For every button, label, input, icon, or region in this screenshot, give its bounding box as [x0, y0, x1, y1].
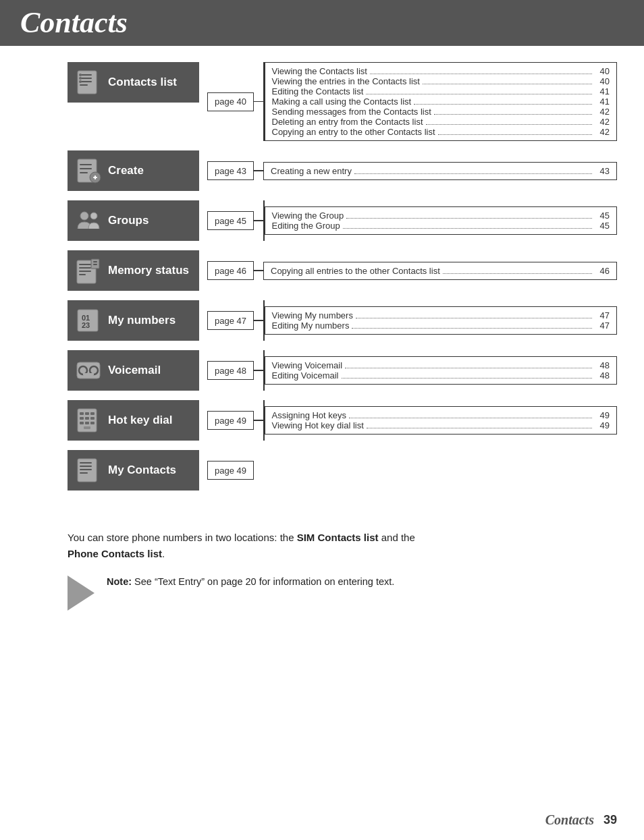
entry-row: Assigning Hot keys49 — [272, 410, 610, 420]
icon-label-contacts-list: Contacts list — [68, 62, 199, 103]
label-hot-key-dial: Hot key dial — [108, 414, 172, 427]
note-arrow-icon — [68, 576, 95, 611]
svg-rect-47 — [80, 472, 88, 474]
page-header: Contacts — [0, 0, 644, 46]
content-box-memory-status: Copying all entries to the other Contact… — [263, 262, 617, 280]
section-row-voicemail: Voicemailpage 48Viewing Voicemail 48Edit… — [68, 350, 617, 391]
icon-label-hot-key-dial: Hot key dial — [68, 400, 199, 441]
entry-row: Editing the Contacts list41 — [272, 86, 610, 96]
svg-rect-40 — [85, 422, 89, 424]
footer: Contacts 39 — [545, 812, 617, 828]
description-paragraph: You can store phone numbers in two locat… — [68, 530, 608, 562]
icon-groups — [74, 206, 103, 235]
section-row-contacts-list: Contacts listpage 40Viewing the Contacts… — [68, 62, 617, 141]
svg-rect-21 — [79, 274, 86, 275]
svg-rect-44 — [80, 462, 92, 464]
page-badge-contacts-list: page 40 — [207, 92, 254, 111]
svg-rect-28 — [77, 362, 100, 379]
section-row-groups: Groupspage 45Viewing the Group45Editing … — [68, 200, 617, 241]
icon-contacts-list — [74, 68, 103, 96]
svg-rect-37 — [85, 417, 89, 420]
icon-create — [74, 157, 103, 185]
h-line-hot-key-dial — [254, 420, 263, 421]
svg-point-16 — [90, 213, 97, 219]
header-title: Contacts — [20, 5, 128, 40]
note-section: Note: See “Text Entry” on page 20 for in… — [68, 574, 617, 611]
svg-rect-20 — [79, 271, 91, 272]
entry-row: Viewing Hot key dial list49 — [272, 420, 610, 430]
note-label: Note: — [107, 576, 132, 587]
svg-point-6 — [79, 77, 82, 80]
page-badge-groups: page 45 — [207, 211, 254, 230]
icon-label-my-numbers: 01 23 My numbers — [68, 300, 199, 341]
entry-row: Editing the Group 45 — [272, 221, 610, 231]
h-line-memory-status — [254, 270, 263, 271]
page-badge-my-numbers: page 47 — [207, 311, 254, 330]
entry-row: Deleting an entry from the Contacts list… — [272, 117, 610, 127]
footer-page: 39 — [603, 813, 617, 827]
svg-point-7 — [79, 80, 82, 83]
h-line-contacts-list — [254, 101, 263, 103]
svg-rect-18 — [79, 264, 91, 265]
svg-rect-46 — [80, 469, 92, 470]
section-row-my-numbers: 01 23 My numberspage 47Viewing My number… — [68, 300, 617, 341]
content-box-my-numbers: Viewing My numbers 47Editing My numbers4… — [265, 306, 618, 335]
label-contacts-list: Contacts list — [108, 76, 177, 89]
svg-rect-14 — [95, 175, 96, 179]
icon-label-memory-status: Memory status — [68, 250, 199, 291]
label-my-numbers: My numbers — [108, 314, 176, 327]
icon-memory-status — [74, 256, 103, 285]
note-text: Note: See “Text Entry” on page 20 for in… — [107, 574, 394, 590]
svg-rect-34 — [85, 412, 89, 415]
icon-voicemail — [74, 356, 103, 385]
label-voicemail: Voicemail — [108, 364, 161, 377]
content-box-groups: Viewing the Group45Editing the Group 45 — [265, 206, 618, 235]
section-row-memory-status: Memory statuspage 46Copying all entries … — [68, 250, 617, 291]
icon-my-numbers: 01 23 — [74, 306, 103, 335]
svg-rect-42 — [84, 426, 90, 429]
section-row-create: Createpage 43Creating a new entry 43 — [68, 150, 617, 191]
svg-rect-38 — [90, 417, 95, 420]
svg-point-5 — [79, 74, 82, 76]
content-box-hot-key-dial: Assigning Hot keys49Viewing Hot key dial… — [265, 406, 618, 435]
svg-rect-4 — [80, 84, 88, 86]
h-line-create — [254, 170, 263, 171]
section-row-hot-key-dial: Hot key dialpage 49Assigning Hot keys49V… — [68, 400, 617, 441]
entry-row: Editing My numbers47 — [272, 320, 610, 331]
footer-title: Contacts — [545, 812, 594, 828]
entry-row: Viewing the Contacts list 40 — [272, 66, 610, 76]
section-row-my-contacts: My Contactspage 49 — [68, 450, 617, 491]
entry-row: Making a call using the Contacts list 41 — [272, 96, 610, 107]
svg-rect-19 — [79, 267, 91, 269]
icon-label-groups: Groups — [68, 200, 199, 241]
icon-label-create: Create — [68, 150, 199, 191]
svg-text:23: 23 — [82, 321, 90, 329]
h-line-voicemail — [254, 370, 263, 371]
icon-label-my-contacts: My Contacts — [68, 450, 199, 491]
main-content: Contacts listpage 40Viewing the Contacts… — [0, 46, 644, 513]
icon-my-contacts — [74, 456, 103, 484]
entry-row: Copying an entry to the other Contacts l… — [272, 127, 610, 137]
svg-rect-9 — [80, 164, 92, 165]
icon-label-voicemail: Voicemail — [68, 350, 199, 391]
page-badge-hot-key-dial: page 49 — [207, 411, 254, 430]
page-badge-voicemail: page 48 — [207, 361, 254, 380]
label-memory-status: Memory status — [108, 264, 189, 277]
svg-point-15 — [80, 212, 88, 220]
content-box-contacts-list: Viewing the Contacts list 40Viewing the … — [265, 62, 618, 141]
sim-contacts-bold: SIM Contacts list — [297, 532, 379, 543]
page-badge-create: page 43 — [207, 161, 254, 180]
page-badge-memory-status: page 46 — [207, 261, 254, 280]
entry-row: Viewing My numbers 47 — [272, 310, 610, 320]
svg-rect-39 — [80, 422, 84, 424]
label-groups: Groups — [108, 214, 149, 227]
icon-hot-key-dial — [74, 406, 103, 435]
content-box-voicemail: Viewing Voicemail 48Editing Voicemail 48 — [265, 356, 618, 385]
entry-row: Viewing the entries in the Contacts list… — [272, 76, 610, 86]
svg-rect-11 — [80, 172, 88, 173]
phone-contacts-bold: Phone Contacts list — [68, 548, 162, 559]
svg-rect-45 — [80, 466, 92, 467]
page-badge-my-contacts: page 49 — [207, 461, 254, 480]
entry-row: Viewing Voicemail 48 — [272, 360, 610, 370]
label-my-contacts: My Contacts — [108, 464, 176, 477]
